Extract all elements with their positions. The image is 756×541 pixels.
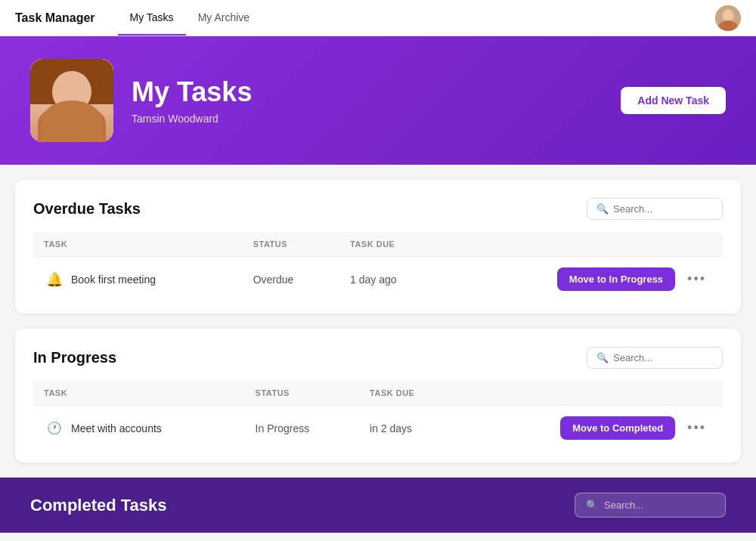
inprogress-col-task: Task <box>33 381 245 406</box>
inprogress-actions-cell: Move to Completed ••• <box>460 406 723 451</box>
inprogress-col-status: Status <box>245 381 359 406</box>
overdue-status-cell: Overdue <box>243 257 339 302</box>
search-icon: 🔍 <box>586 499 598 511</box>
avatar-figure <box>30 59 113 142</box>
inprogress-task-name-cell: 🕐 Meet with accounts <box>33 406 245 451</box>
hero-text: My Tasks Tamsin Woodward <box>132 76 621 125</box>
overdue-actions-cell: Move to In Progress ••• <box>446 257 723 302</box>
overdue-more-menu-button[interactable]: ••• <box>681 268 712 290</box>
inprogress-search-input[interactable] <box>613 352 713 363</box>
overdue-search-box[interactable]: 🔍 <box>587 198 723 220</box>
move-to-completed-button[interactable]: Move to Completed <box>560 416 675 440</box>
completed-search-input[interactable] <box>604 499 714 511</box>
overdue-col-status: Status <box>243 232 339 257</box>
user-avatar[interactable] <box>715 5 741 31</box>
inprogress-tasks-table: Task Status Task Due 🕐 Meet with account… <box>33 381 723 450</box>
overdue-status-badge: Overdue <box>253 274 294 286</box>
nav-tabs: My Tasks My Archive <box>118 1 715 36</box>
overdue-search-input[interactable] <box>613 203 713 215</box>
inprogress-section-header: In Progress 🔍 <box>33 347 723 369</box>
overdue-col-task: Task <box>33 232 243 257</box>
search-icon: 🔍 <box>596 352 609 363</box>
overdue-due-text: 1 day ago <box>350 274 397 286</box>
inprogress-task-name: Meet with accounts <box>71 422 162 434</box>
overdue-task-name-cell: 🔔 Book first meeting <box>33 257 243 302</box>
table-row: 🔔 Book first meeting Overdue 1 day ago M… <box>33 257 723 302</box>
overdue-section-header: Overdue Tasks 🔍 <box>33 198 723 220</box>
overdue-section-title: Overdue Tasks <box>33 200 141 218</box>
inprogress-search-box[interactable]: 🔍 <box>587 347 723 369</box>
overdue-due-cell: 1 day ago <box>339 257 446 302</box>
inprogress-col-due: Task Due <box>359 381 460 406</box>
clock-icon: 🕐 <box>44 418 65 439</box>
completed-section-title: Completed Tasks <box>30 496 167 515</box>
inprogress-status-badge: In Progress <box>256 422 310 434</box>
hero-title: My Tasks <box>132 76 621 108</box>
hero-avatar <box>30 59 113 142</box>
overdue-col-actions <box>446 232 723 257</box>
move-to-in-progress-button[interactable]: Move to In Progress <box>557 267 675 291</box>
table-row: 🕐 Meet with accounts In Progress in 2 da… <box>33 406 723 451</box>
completed-tasks-section: Completed Tasks 🔍 <box>0 478 756 533</box>
inprogress-table-header: Task Status Task Due <box>33 381 723 406</box>
app-logo: Task Manager <box>15 11 95 25</box>
svg-point-3 <box>723 10 733 20</box>
bell-icon: 🔔 <box>44 269 65 290</box>
inprogress-table-body: 🕐 Meet with accounts In Progress in 2 da… <box>33 406 723 451</box>
search-icon: 🔍 <box>596 203 609 215</box>
inprogress-tasks-section: In Progress 🔍 Task Status Task Due 🕐 Mee… <box>15 329 741 462</box>
overdue-tasks-table: Task Status Task Due 🔔 Book first meetin… <box>33 232 723 301</box>
overdue-col-due: Task Due <box>339 232 446 257</box>
hero-banner: My Tasks Tamsin Woodward Add New Task <box>0 36 756 165</box>
inprogress-due-cell: in 2 days <box>359 406 460 451</box>
hero-subtitle: Tamsin Woodward <box>132 113 621 125</box>
inprogress-more-menu-button[interactable]: ••• <box>681 417 712 439</box>
tab-my-archive[interactable]: My Archive <box>186 1 262 36</box>
completed-search-box[interactable]: 🔍 <box>575 493 726 518</box>
top-navigation: Task Manager My Tasks My Archive <box>0 0 756 36</box>
inprogress-due-text: in 2 days <box>370 422 412 434</box>
add-new-task-button[interactable]: Add New Task <box>621 87 726 114</box>
overdue-table-header: Task Status Task Due <box>33 232 723 257</box>
overdue-tasks-section: Overdue Tasks 🔍 Task Status Task Due 🔔 B… <box>15 180 741 314</box>
overdue-table-body: 🔔 Book first meeting Overdue 1 day ago M… <box>33 257 723 302</box>
overdue-task-name: Book first meeting <box>71 274 156 286</box>
tab-my-tasks[interactable]: My Tasks <box>118 1 186 36</box>
inprogress-col-actions <box>460 381 723 406</box>
inprogress-section-title: In Progress <box>33 349 116 366</box>
inprogress-status-cell: In Progress <box>245 406 359 451</box>
